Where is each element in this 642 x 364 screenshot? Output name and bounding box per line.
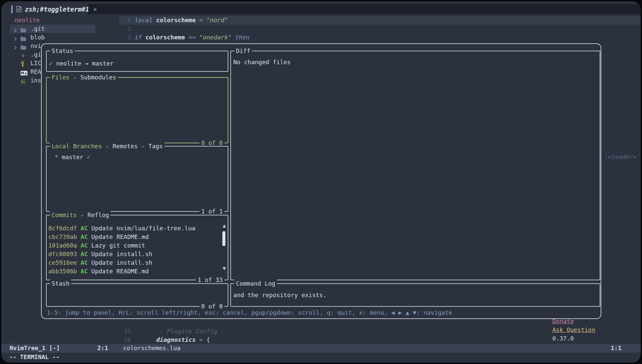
statusline-buffer-name: NvimTree_1 [-]: [10, 344, 60, 352]
command-log-content: and the repository exists.: [231, 284, 600, 299]
lazygit-branches-panel[interactable]: Local Branches - Remotes - Tags * master…: [46, 146, 228, 212]
status-branch-text: neolite → master: [56, 60, 114, 67]
tilde-empty-line: ~: [7, 120, 11, 128]
statusline-cursor-position: 1:1: [611, 344, 621, 352]
folder-icon: [21, 45, 26, 50]
commit-row[interactable]: 8cf6dcdf AC Update nvim/lua/file-tree.lu…: [48, 224, 228, 233]
commit-row[interactable]: cbc739ab AC Update README.md: [48, 233, 228, 241]
tilde-empty-line: ~: [7, 216, 11, 224]
tilde-empty-line: ~: [7, 163, 11, 172]
commit-row[interactable]: ce5916ee AC Update install.sh: [48, 258, 228, 267]
editor-line: 2if colorscheme == "onedark" then: [119, 33, 250, 42]
tilde-empty-line: ~: [7, 277, 11, 286]
tilde-empty-line: ~: [7, 259, 11, 268]
app-window: zsh;#toggleterm#1 × neolite .gitblobnvi.…: [1, 1, 641, 363]
git-icon: [21, 53, 26, 58]
editor-line: 1: [119, 24, 135, 33]
current-branch-star: *: [55, 154, 58, 160]
commits-panel-title: Commits: [52, 211, 77, 218]
lazygit-version: 0.37.0: [552, 335, 574, 342]
chevron-right-icon: [14, 45, 17, 50]
file-icon: [17, 6, 22, 12]
tilde-empty-line: ~: [7, 329, 11, 338]
tilde-empty-line: ~: [7, 155, 11, 163]
key-icon: [21, 61, 24, 67]
lazygit-status-panel[interactable]: Status ✓ neolite → master: [46, 51, 228, 72]
tab-title: zsh;#toggleterm#1: [25, 5, 89, 14]
tilde-empty-line: ~: [7, 102, 11, 111]
ask-question-link[interactable]: Ask Question: [552, 326, 595, 333]
status-panel-title: Status: [52, 47, 73, 54]
lazygit-command-log-panel[interactable]: Command Log and the repository exists.: [230, 283, 600, 307]
commits-panel-subtitle: - Reflog: [77, 211, 109, 218]
check-icon: ✓: [87, 154, 91, 160]
markdown-icon: [21, 71, 27, 75]
tilde-empty-line: ~: [7, 172, 11, 181]
scrollbar-up-icon[interactable]: ▲: [223, 223, 226, 228]
scrollbar-thumb[interactable]: [222, 231, 225, 246]
tree-item-blob[interactable]: blob: [10, 33, 95, 42]
tilde-empty-line: ~: [7, 224, 11, 233]
vim-mode-indicator: -- TERMINAL --: [9, 353, 60, 361]
tilde-empty-line: ~: [7, 93, 11, 102]
diff-panel-title: Diff: [236, 47, 250, 54]
command-log-title: Command Log: [236, 280, 275, 287]
statusline-tree-position: 2:1: [97, 344, 108, 352]
tilde-empty-line: ~: [7, 128, 11, 137]
tab-close-icon[interactable]: ×: [93, 5, 97, 14]
tilde-empty-line: ~: [7, 207, 11, 216]
tilde-empty-line: ~: [7, 111, 11, 119]
scrollbar-down-icon[interactable]: ▼: [223, 266, 226, 271]
tilde-empty-line: ~: [7, 286, 11, 294]
tab-toggleterm[interactable]: zsh;#toggleterm#1 ×: [11, 4, 97, 14]
tilde-empty-line: ~: [7, 146, 11, 155]
tilde-empty-line: ~: [7, 137, 11, 146]
donate-link[interactable]: Donate: [552, 318, 574, 325]
lazygit-stash-panel[interactable]: Stash 0 of 0: [46, 283, 228, 307]
commit-list: 8cf6dcdf AC Update nvim/lua/file-tree.lu…: [47, 215, 228, 276]
tab-active-indicator: [11, 5, 13, 13]
statusline-filename: colorschemes.lua: [123, 344, 180, 352]
lazygit-diff-panel[interactable]: Diff No changed files: [230, 51, 600, 280]
leader-keymap-hint: '<leader>': [604, 153, 640, 161]
tilde-empty-line: ~: [7, 242, 11, 250]
tabbar-background: [88, 4, 641, 14]
stash-panel-title: Stash: [52, 280, 69, 287]
filetree-root[interactable]: neolite: [15, 16, 40, 24]
diff-content: No changed files: [231, 51, 600, 67]
tilde-empty-line: ~: [7, 321, 11, 329]
tilde-empty-line: ~: [7, 268, 11, 277]
commit-row[interactable]: dfc08093 AC Update install.sh: [48, 250, 228, 258]
tilde-empty-line: ~: [7, 303, 11, 312]
statusline: NvimTree_1 [-] 2:1 colorschemes.lua 1:1: [1, 344, 641, 353]
tilde-empty-line: ~: [7, 85, 11, 93]
editor-line: 0local colorscheme = "nord": [119, 16, 228, 24]
lazygit-float: Status ✓ neolite → master Files - Submod…: [41, 43, 601, 319]
files-panel-subtitle: - Submodules: [69, 74, 116, 81]
tilde-empty-line: ~: [7, 190, 11, 198]
terminal-icon: [21, 79, 26, 84]
commit-row[interactable]: 101ad60a AC Lazy git commit: [48, 241, 228, 250]
branches-panel-subtitle: - Remotes - Tags: [102, 143, 163, 150]
chevron-right-icon: [14, 37, 17, 41]
lazygit-commits-panel[interactable]: Commits - Reflog 8cf6dcdf AC Update nvim…: [46, 215, 228, 280]
branches-panel-title: Local Branches: [52, 143, 102, 150]
tree-item-git[interactable]: .git: [10, 24, 95, 33]
folder-icon: [21, 36, 26, 41]
files-panel-title: Files: [52, 74, 69, 81]
tilde-empty-line: ~: [7, 233, 11, 242]
tilde-empty-line: ~: [7, 198, 11, 207]
tilde-empty-line: ~: [7, 181, 11, 189]
folder-icon: [21, 28, 26, 32]
tilde-empty-line: ~: [7, 295, 11, 303]
chevron-right-icon: [14, 28, 17, 33]
check-icon: ✓: [49, 60, 53, 67]
tilde-empty-line: ~: [7, 251, 11, 259]
lazygit-files-panel[interactable]: Files - Submodules 0 of 0: [46, 77, 228, 143]
branch-name: master: [62, 154, 83, 160]
tilde-empty-line: ~: [7, 312, 11, 320]
commit-row[interactable]: abb3506b AC Update README.md: [48, 267, 228, 276]
